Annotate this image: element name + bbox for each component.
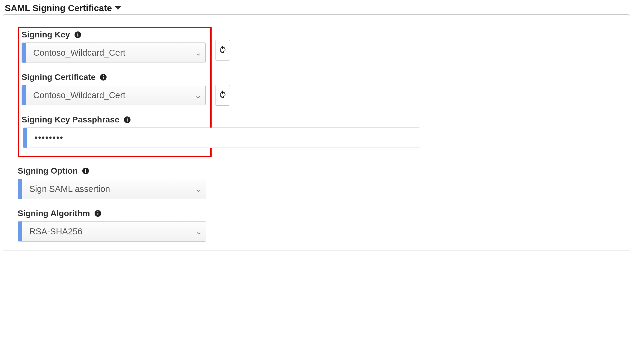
field-signing-cert: Signing Certificate Contoso_Wildcard_Cer… (22, 72, 208, 105)
chevron-down-icon (195, 50, 201, 55)
signing-key-value: Contoso_Wildcard_Cert (26, 43, 191, 63)
chevron-box (192, 179, 206, 199)
field-signing-key: Signing Key Contoso_Wildcard_Cert (22, 30, 208, 63)
section-header[interactable]: SAML Signing Certificate (3, 3, 630, 13)
label-row: Signing Option (18, 166, 209, 176)
info-icon[interactable] (94, 210, 101, 217)
refresh-icon (218, 45, 227, 56)
info-icon[interactable] (100, 74, 107, 81)
label-row: Signing Key (22, 30, 208, 40)
accent-bar (18, 179, 22, 199)
svg-rect-4 (103, 77, 104, 79)
signing-key-label: Signing Key (22, 30, 70, 40)
info-icon[interactable] (82, 167, 89, 175)
highlight-box: Signing Key Contoso_Wildcard_Cert (18, 27, 212, 157)
signing-option-select[interactable]: Sign SAML assertion (18, 179, 206, 199)
accent-bar (22, 85, 26, 105)
highlight-wrapper: Signing Key Contoso_Wildcard_Cert (18, 27, 615, 157)
chevron-box (191, 85, 205, 105)
chevron-down-icon (195, 92, 201, 98)
passphrase-label: Signing Key Passphrase (22, 115, 119, 125)
chevron-down-icon (196, 229, 201, 234)
accent-bar (23, 128, 27, 148)
panel-body: Signing Key Contoso_Wildcard_Cert (3, 14, 630, 251)
refresh-signing-cert-button[interactable] (215, 85, 230, 106)
signing-cert-select[interactable]: Contoso_Wildcard_Cert (22, 85, 206, 105)
signing-cert-label: Signing Certificate (22, 72, 95, 82)
select-row: Contoso_Wildcard_Cert (22, 85, 208, 105)
signing-option-label: Signing Option (18, 166, 78, 176)
info-icon[interactable] (74, 31, 81, 38)
below-section: Signing Option Sign SAML assertion Signi… (18, 166, 209, 242)
accent-bar (18, 222, 22, 241)
chevron-down-icon (196, 186, 201, 192)
svg-point-11 (85, 169, 86, 170)
section-title: SAML Signing Certificate (5, 3, 112, 13)
label-row: Signing Certificate (22, 72, 208, 82)
field-signing-option: Signing Option Sign SAML assertion (18, 166, 209, 199)
svg-point-2 (77, 33, 78, 34)
svg-rect-1 (77, 34, 78, 37)
field-signing-algorithm: Signing Algorithm RSA-SHA256 (18, 209, 209, 242)
label-row: Signing Key Passphrase (22, 115, 208, 125)
field-passphrase: Signing Key Passphrase (22, 115, 208, 149)
caret-down-icon (115, 6, 121, 10)
svg-point-5 (103, 75, 104, 76)
info-icon[interactable] (124, 116, 131, 123)
passphrase-input-wrap[interactable] (23, 128, 420, 148)
svg-rect-13 (97, 213, 98, 215)
chevron-box (191, 43, 205, 63)
svg-point-8 (127, 118, 128, 119)
signing-option-value: Sign SAML assertion (22, 179, 192, 199)
signing-algorithm-value: RSA-SHA256 (22, 222, 192, 241)
passphrase-input-container (22, 128, 208, 149)
signing-key-select[interactable]: Contoso_Wildcard_Cert (22, 43, 206, 63)
signing-algorithm-label: Signing Algorithm (18, 209, 90, 218)
signing-cert-value: Contoso_Wildcard_Cert (26, 85, 191, 105)
refresh-icon (218, 90, 227, 101)
chevron-box (192, 222, 206, 241)
select-row: Contoso_Wildcard_Cert (22, 43, 208, 63)
svg-rect-7 (127, 119, 127, 122)
signing-algorithm-select[interactable]: RSA-SHA256 (18, 221, 206, 242)
accent-bar (22, 43, 26, 63)
refresh-signing-key-button[interactable] (215, 40, 230, 61)
svg-rect-10 (85, 170, 86, 173)
passphrase-input[interactable] (27, 128, 420, 148)
label-row: Signing Algorithm (18, 209, 209, 218)
svg-point-14 (97, 211, 98, 213)
